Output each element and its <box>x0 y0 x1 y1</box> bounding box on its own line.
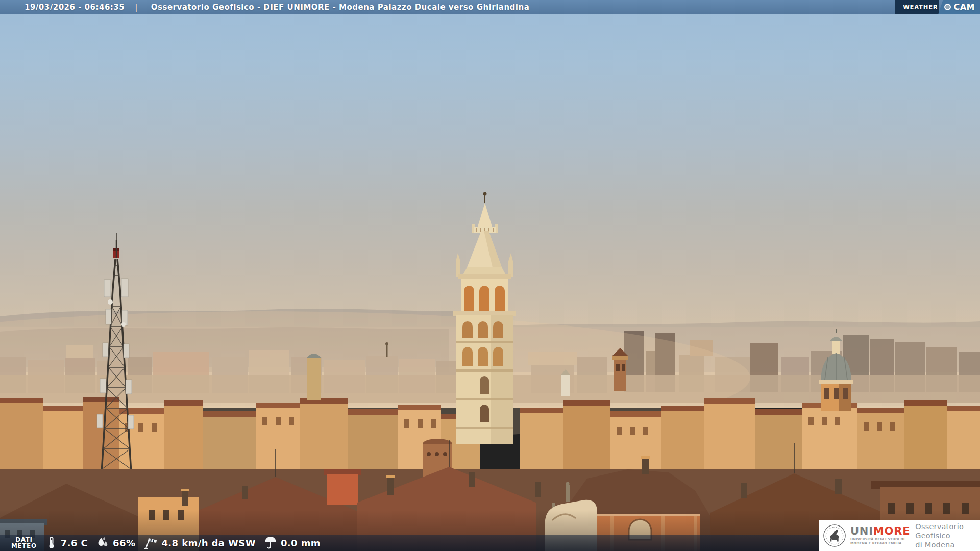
rain-icon <box>264 536 277 549</box>
cityscape-photo <box>0 0 980 551</box>
rain-value: 0.0 mm <box>281 538 321 548</box>
unimore-seal-icon <box>823 524 846 547</box>
weathercam-logo-right: CAM <box>938 0 980 14</box>
header-bar: 19/03/2026 - 06:46:35 | Osservatorio Geo… <box>0 0 980 14</box>
unimore-logotype: UNIMORE UNIVERSITÀ DEGLI STUDI DI MODENA… <box>850 526 910 545</box>
temperature-value: 7.6 C <box>61 538 88 548</box>
university-name-line2: MODENA E REGGIO EMILIA <box>850 542 910 545</box>
humidity-metric: 66% <box>96 536 135 549</box>
humidity-value: 66% <box>113 538 135 548</box>
weathercam-word2: CAM <box>953 2 975 12</box>
timestamp: 19/03/2026 - 06:46:35 <box>24 3 125 12</box>
observatory-name: Osservatorio Geofisico di Modena <box>915 522 980 549</box>
unimore-acronym-gray: UNI <box>850 525 873 537</box>
temperature-metric: 7.6 C <box>46 536 88 549</box>
wind-metric: 4.8 km/h da WSW <box>143 536 256 549</box>
wind-icon <box>143 536 158 549</box>
dati-meteo-label: DATI METEO <box>11 537 37 549</box>
camera-title: Osservatorio Geofisico - DIEF UNIMORE - … <box>151 3 530 12</box>
weathercam-word1: WEATHER <box>895 0 939 14</box>
wind-value: 4.8 km/h da WSW <box>161 538 256 548</box>
weathercam-logo[interactable]: WEATHER CAM <box>895 0 980 14</box>
thermometer-icon <box>46 536 57 549</box>
webcam-frame: 19/03/2026 - 06:46:35 | Osservatorio Geo… <box>0 0 980 551</box>
title-separator: | <box>135 3 138 12</box>
dati-meteo-line2: METEO <box>11 543 37 549</box>
observatory-name-line1: Osservatorio Geofisico <box>915 522 980 540</box>
unimore-branding[interactable]: UNIMORE UNIVERSITÀ DEGLI STUDI DI MODENA… <box>819 520 980 551</box>
unimore-acronym-red: MORE <box>873 525 910 537</box>
rain-metric: 0.0 mm <box>264 536 321 549</box>
observatory-name-line2: di Modena <box>915 540 980 549</box>
camera-lens-icon <box>944 4 951 10</box>
humidity-icon <box>96 536 109 549</box>
